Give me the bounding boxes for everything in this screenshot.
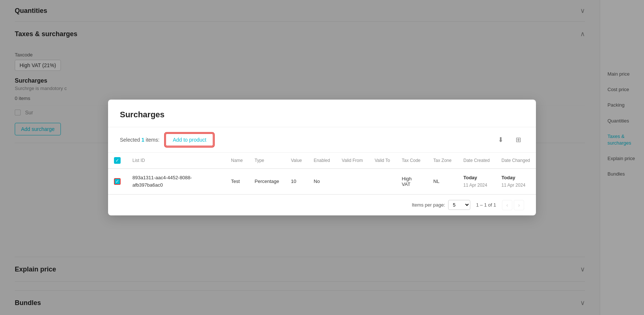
col-tax-zone: Tax Zone [427, 153, 457, 169]
col-list-id: List ID [127, 153, 225, 169]
row-valid-to [369, 169, 396, 194]
col-date-changed: Date Changed [496, 153, 536, 169]
add-to-product-button[interactable]: Add to product [165, 133, 214, 146]
modal-toolbar: Selected 1 items: Add to product ⬇ ⊞ [108, 127, 536, 153]
col-enabled: Enabled [308, 153, 336, 169]
grid-view-icon[interactable]: ⊞ [512, 134, 524, 146]
modal-title: Surcharges [120, 110, 524, 120]
selected-count: 1 [141, 137, 144, 143]
per-page-select[interactable]: 5 10 25 [448, 200, 470, 210]
row-date-created: Today 11 Apr 2024 [457, 169, 495, 194]
row-enabled: No [308, 169, 336, 194]
col-name: Name [225, 153, 249, 169]
col-tax-code: Tax Code [396, 153, 427, 169]
prev-page-button[interactable]: ‹ [502, 200, 512, 210]
row-checkbox[interactable]: ✓ [114, 178, 121, 185]
row-value: 10 [285, 169, 308, 194]
select-all-header[interactable]: ✓ [108, 153, 127, 169]
modal-overlay: Surcharges Selected 1 items: Add to prod… [0, 0, 644, 315]
row-tax-code: High VAT [396, 169, 427, 194]
col-date-created: Date Created [457, 153, 495, 169]
pagination: Items per page: 5 10 25 1 – 1 of 1 ‹ › [108, 194, 536, 215]
surcharges-table: ✓ List ID Name Type Value Enabled Valid … [108, 153, 536, 194]
col-valid-to: Valid To [369, 153, 396, 169]
table-row: ✓ 893a1311-aac4-4452-8088-afb397ba6ac0 T… [108, 169, 536, 194]
background-page: Quantities ∨ Taxes & surcharges ∧ Taxcod… [0, 0, 644, 315]
row-checkbox-cell[interactable]: ✓ [108, 169, 127, 194]
modal-header: Surcharges [108, 100, 536, 127]
surcharges-modal: Surcharges Selected 1 items: Add to prod… [108, 100, 536, 215]
col-type: Type [249, 153, 285, 169]
header-checkbox[interactable]: ✓ [114, 157, 121, 164]
row-valid-from [336, 169, 369, 194]
selected-text: Selected 1 items: [120, 137, 159, 143]
next-page-button[interactable]: › [514, 200, 524, 210]
row-date-changed: Today 11 Apr 2024 [496, 169, 536, 194]
page-nav: ‹ › [502, 200, 524, 210]
col-value: Value [285, 153, 308, 169]
download-icon[interactable]: ⬇ [495, 134, 506, 146]
table-header-row: ✓ List ID Name Type Value Enabled Valid … [108, 153, 536, 169]
row-type: Percentage [249, 169, 285, 194]
col-valid-from: Valid From [336, 153, 369, 169]
page-info: 1 – 1 of 1 [476, 202, 496, 208]
row-name: Test [225, 169, 249, 194]
items-per-page: Items per page: 5 10 25 [412, 200, 470, 210]
items-per-page-label: Items per page: [412, 202, 445, 208]
row-list-id: 893a1311-aac4-4452-8088-afb397ba6ac0 [127, 169, 225, 194]
row-tax-zone: NL [427, 169, 457, 194]
